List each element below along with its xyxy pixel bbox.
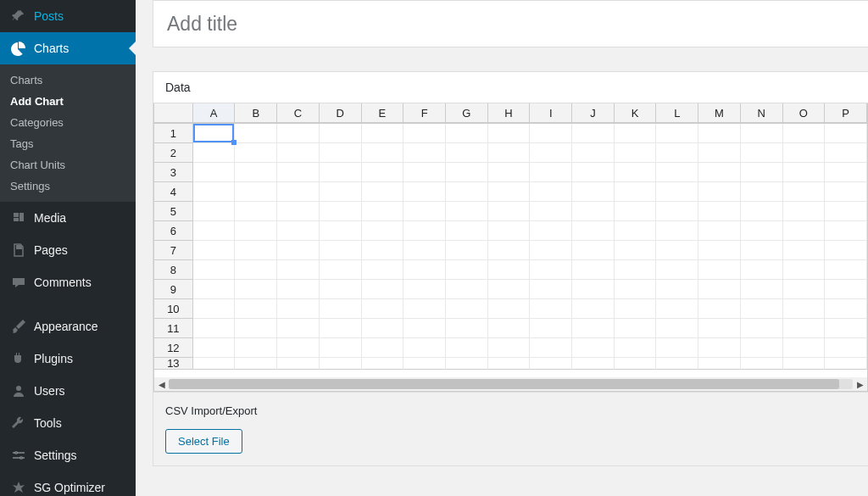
cell[interactable] (572, 182, 615, 202)
cell[interactable] (825, 182, 867, 202)
cell[interactable] (320, 319, 362, 338)
cell[interactable] (403, 163, 446, 182)
cell[interactable] (741, 299, 783, 319)
cell[interactable] (615, 163, 657, 182)
column-header[interactable]: D (320, 103, 362, 123)
cell[interactable] (741, 124, 783, 143)
column-header[interactable]: L (656, 103, 698, 123)
cell[interactable] (235, 358, 277, 370)
cell[interactable] (403, 202, 446, 221)
cell[interactable] (530, 299, 572, 319)
column-header[interactable]: E (362, 103, 404, 123)
cell[interactable] (741, 202, 783, 221)
row-header[interactable]: 13 (154, 358, 193, 370)
cell[interactable] (741, 280, 783, 299)
cell[interactable] (825, 299, 867, 319)
cell[interactable] (403, 143, 446, 163)
cell[interactable] (572, 124, 615, 143)
cell[interactable] (235, 163, 277, 182)
cell[interactable] (615, 124, 657, 143)
submenu-settings[interactable]: Settings (0, 176, 136, 197)
cell[interactable] (783, 124, 826, 143)
cell[interactable] (825, 280, 867, 299)
column-header[interactable]: M (698, 103, 741, 123)
cell[interactable] (825, 338, 867, 358)
cell[interactable] (530, 182, 572, 202)
cell[interactable] (656, 124, 698, 143)
cell[interactable] (572, 241, 615, 260)
cell[interactable] (446, 143, 488, 163)
cell[interactable] (277, 358, 320, 370)
cell[interactable] (362, 358, 404, 370)
cell[interactable] (362, 241, 404, 260)
cell[interactable] (783, 202, 826, 221)
cell[interactable] (235, 143, 277, 163)
title-input[interactable] (153, 0, 868, 47)
column-header[interactable]: F (403, 103, 446, 123)
cell[interactable] (320, 338, 362, 358)
cell[interactable] (572, 163, 615, 182)
cell[interactable] (277, 221, 320, 241)
cell[interactable] (741, 241, 783, 260)
cell[interactable] (320, 221, 362, 241)
row-header[interactable]: 10 (154, 299, 193, 319)
cell[interactable] (656, 143, 698, 163)
cell[interactable] (193, 319, 236, 338)
cell[interactable] (403, 319, 446, 338)
cell[interactable] (783, 143, 826, 163)
column-header[interactable]: H (488, 103, 531, 123)
cell[interactable] (615, 280, 657, 299)
cell[interactable] (698, 338, 741, 358)
cell[interactable] (572, 260, 615, 280)
cell[interactable] (193, 299, 236, 319)
cell[interactable] (825, 319, 867, 338)
cell[interactable] (446, 182, 488, 202)
corner-cell[interactable] (154, 103, 193, 123)
cell[interactable] (783, 280, 826, 299)
row-header[interactable]: 9 (154, 280, 193, 299)
cell[interactable] (825, 124, 867, 143)
cell[interactable] (488, 221, 531, 241)
cell[interactable] (446, 221, 488, 241)
cell[interactable] (656, 319, 698, 338)
cell[interactable] (403, 182, 446, 202)
cell[interactable] (615, 299, 657, 319)
cell[interactable] (362, 280, 404, 299)
menu-posts[interactable]: Posts (0, 0, 136, 32)
cell[interactable] (615, 202, 657, 221)
cell[interactable] (320, 202, 362, 221)
cell[interactable] (572, 202, 615, 221)
cell[interactable] (741, 143, 783, 163)
cell[interactable] (656, 280, 698, 299)
cell[interactable] (235, 319, 277, 338)
cell[interactable] (277, 182, 320, 202)
column-header[interactable]: B (235, 103, 277, 123)
column-header[interactable]: O (783, 103, 826, 123)
menu-sg-optimizer[interactable]: SG Optimizer (0, 471, 136, 496)
cell[interactable] (277, 143, 320, 163)
cell[interactable] (698, 124, 741, 143)
cell[interactable] (362, 202, 404, 221)
cell[interactable] (362, 182, 404, 202)
cell[interactable] (656, 358, 698, 370)
row-header[interactable]: 4 (154, 182, 193, 202)
cell[interactable] (698, 241, 741, 260)
submenu-chart-units[interactable]: Chart Units (0, 154, 136, 176)
select-file-button[interactable]: Select File (165, 429, 242, 454)
cell[interactable] (446, 280, 488, 299)
column-header[interactable]: G (446, 103, 488, 123)
cell[interactable] (277, 163, 320, 182)
cell[interactable] (320, 143, 362, 163)
cell[interactable] (783, 338, 826, 358)
cell[interactable] (488, 143, 531, 163)
cell[interactable] (277, 338, 320, 358)
cell[interactable] (530, 358, 572, 370)
cell[interactable] (403, 299, 446, 319)
cell[interactable] (235, 182, 277, 202)
cell[interactable] (615, 241, 657, 260)
cell[interactable] (235, 241, 277, 260)
submenu-tags[interactable]: Tags (0, 133, 136, 154)
row-header[interactable]: 5 (154, 202, 193, 221)
cell[interactable] (698, 163, 741, 182)
cell[interactable] (320, 124, 362, 143)
